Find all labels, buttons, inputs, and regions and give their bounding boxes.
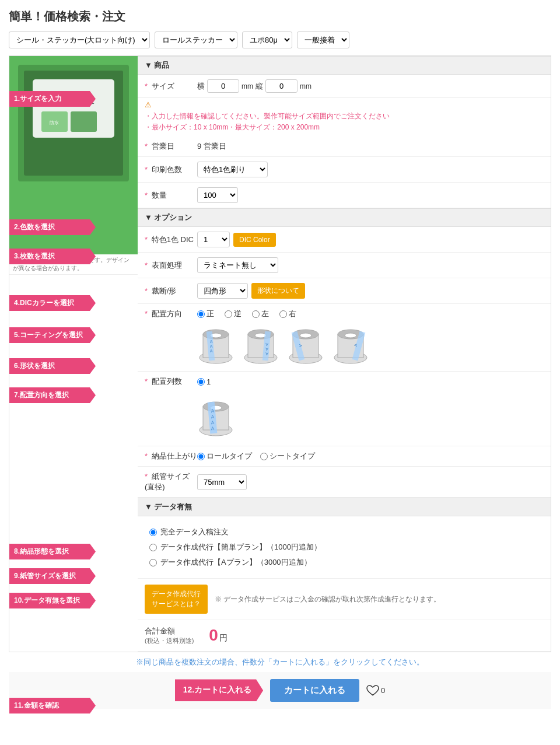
data-section-header: ▼ データ有無 bbox=[138, 498, 551, 516]
roll-reverse: A A A bbox=[242, 323, 280, 366]
cart-step-label: 12.カートに入れる bbox=[175, 679, 263, 701]
orientation-row: * 配置方向 正 逆 左 右 bbox=[138, 304, 551, 372]
business-days-value: 9 営業日 bbox=[197, 141, 544, 152]
delivery-sheet-option[interactable]: シートタイプ bbox=[260, 451, 315, 461]
cart-note: ※同じ商品を複数注文の場合、件数分「カートに入れる」をクリックしてください。 bbox=[9, 652, 551, 672]
print-colors-row: * 印刷色数 特色1色刷り bbox=[138, 157, 551, 183]
tube-size-select[interactable]: 75mm bbox=[197, 474, 247, 490]
warning-text: ・入力した情報を確認してください。製作可能サイズ範囲内でご注文ください ・最小サ… bbox=[145, 111, 544, 133]
total-section: 合計金額 (税込・送料別途) 0 円 bbox=[138, 620, 551, 652]
total-label: 合計金額 bbox=[145, 626, 194, 636]
cart-row: 12.カートに入れる カートに入れる 0 bbox=[9, 672, 551, 709]
data-service-button[interactable]: データ作成代行 サービスとは？ bbox=[145, 585, 208, 614]
heart-count: 0 bbox=[381, 686, 385, 695]
data-options: 完全データ入稿注文 データ作成代行【簡単プラン】（1000円追加） データ作成代… bbox=[138, 516, 551, 579]
delivery-roll-option[interactable]: ロールタイプ bbox=[197, 451, 252, 461]
dic-color-button[interactable]: DIC Color bbox=[233, 233, 276, 247]
warning-area: ⚠ ・入力した情報を確認してください。製作可能サイズ範囲内でご注文ください ・最… bbox=[138, 98, 551, 137]
data-option-complete-radio[interactable] bbox=[149, 529, 157, 536]
tube-size-label: * 紙管サイズ(直径) bbox=[145, 471, 197, 492]
shape-row: * 裁断/形 四角形 形状について bbox=[138, 278, 551, 304]
svg-text:A: A bbox=[354, 344, 358, 347]
surface-row: * 表面処理 ラミネート無し bbox=[138, 253, 551, 278]
orientation-option-reverse[interactable]: 逆 bbox=[225, 309, 242, 319]
size-inputs: 横 mm 縦 mm bbox=[197, 79, 544, 93]
svg-text:防水: 防水 bbox=[50, 120, 59, 125]
dic-color-label: * 特色1色 DIC bbox=[145, 235, 197, 245]
roll-forward: A A A bbox=[197, 323, 235, 366]
svg-point-28 bbox=[300, 333, 312, 338]
shape-label: * 裁断/形 bbox=[145, 286, 197, 296]
print-colors-select[interactable]: 特色1色刷り bbox=[197, 162, 268, 177]
product-image-svg: ユポ80μ ロールステッカー 防水 bbox=[9, 56, 138, 254]
orientation-option-left[interactable]: 左 bbox=[252, 309, 269, 319]
data-option-complete: 完全データ入稿注文 bbox=[149, 527, 539, 537]
steps-container bbox=[9, 275, 138, 278]
size-row: * サイズ 横 mm 縦 mm bbox=[138, 75, 551, 98]
top-selects-row: シール・ステッカー(大ロット向け) ロールステッカー ユポ80μ 一般接着 bbox=[9, 32, 551, 48]
cart-button[interactable]: カートに入れる bbox=[270, 679, 359, 702]
svg-text:ロールステッカー: ロールステッカー bbox=[52, 101, 94, 107]
orientation-option-forward[interactable]: 正 bbox=[197, 309, 214, 319]
image-note: ※商品案内の画像はイメージです。デザインが異なる場合があります。 bbox=[9, 254, 138, 275]
total-sublabel: (税込・送料別途) bbox=[145, 636, 194, 645]
columns-section: * 配置列数 1 A A A A bbox=[138, 372, 551, 446]
width-input[interactable] bbox=[207, 79, 239, 93]
heart-area[interactable]: 0 bbox=[366, 684, 385, 696]
surface-select[interactable]: ラミネート無し bbox=[197, 257, 278, 273]
delivery-finish-row: * 納品仕上がり ロールタイプ シートタイプ bbox=[138, 446, 551, 467]
quantity-label: * 数量 bbox=[145, 190, 197, 201]
size-label: * サイズ bbox=[145, 81, 197, 92]
total-unit: 円 bbox=[219, 633, 228, 643]
heart-icon bbox=[366, 684, 379, 696]
orientation-option-right[interactable]: 右 bbox=[279, 309, 296, 319]
quantity-select[interactable]: 100 bbox=[197, 187, 238, 203]
material-select[interactable]: ユポ80μ bbox=[242, 32, 292, 48]
single-column-roll: A A A A bbox=[145, 390, 544, 443]
svg-text:ユポ80μ: ユポ80μ bbox=[63, 92, 85, 98]
service-note: ※ データ作成サービスはご入金の確認が取れ次第作成進行となります。 bbox=[215, 594, 440, 604]
type-select[interactable]: ロールステッカー bbox=[155, 32, 237, 48]
roll-right: A bbox=[332, 323, 370, 366]
orientation-images: A A A A A A bbox=[145, 323, 544, 366]
left-panel: ユポ80μ ロールステッカー 防水 ※商品案内の画像はイメージです。デザインが異… bbox=[9, 56, 138, 652]
columns-option-1[interactable]: 1 bbox=[197, 377, 211, 386]
tube-size-row: * 紙管サイズ(直径) 75mm bbox=[138, 467, 551, 498]
business-days-label: * 営業日 bbox=[145, 141, 197, 152]
product-section-header: ▼ 商品 bbox=[138, 56, 551, 75]
data-option-simple: データ作成代行【簡単プラン】（1000円追加） bbox=[149, 542, 539, 552]
svg-text:A: A bbox=[299, 344, 303, 347]
right-panel: ▼ 商品 * サイズ 横 mm 縦 mm ⚠ ・入力した情報を確認してください。… bbox=[138, 56, 551, 652]
category-select[interactable]: シール・ステッカー(大ロット向け) bbox=[9, 32, 150, 48]
product-image: ユポ80μ ロールステッカー 防水 bbox=[9, 56, 138, 254]
shape-select[interactable]: 四角形 bbox=[197, 283, 248, 299]
height-input[interactable] bbox=[265, 79, 298, 93]
options-section-header: ▼ オプション bbox=[138, 208, 551, 227]
svg-point-34 bbox=[345, 333, 356, 338]
print-colors-label: * 印刷色数 bbox=[145, 165, 197, 175]
surface-label: * 表面処理 bbox=[145, 260, 197, 271]
data-option-a-plan-radio[interactable] bbox=[149, 559, 157, 566]
quantity-row: * 数量 100 bbox=[138, 183, 551, 208]
roll-left: A bbox=[287, 323, 325, 366]
delivery-finish-label: * 納品仕上がり bbox=[145, 451, 197, 461]
main-layout: ユポ80μ ロールステッカー 防水 ※商品案内の画像はイメージです。デザインが異… bbox=[9, 55, 551, 652]
dic-color-select[interactable]: 1 bbox=[197, 232, 230, 247]
adhesive-select[interactable]: 一般接着 bbox=[297, 32, 349, 48]
total-amount: 0 bbox=[209, 626, 218, 645]
dic-color-row: * 特色1色 DIC 1 DIC Color bbox=[138, 227, 551, 253]
business-days-row: * 営業日 9 営業日 bbox=[138, 137, 551, 157]
data-option-a-plan: データ作成代行【Aプラン】（3000円追加） bbox=[149, 557, 539, 568]
shape-button[interactable]: 形状について bbox=[251, 283, 305, 299]
svg-rect-7 bbox=[71, 111, 97, 132]
data-service-row: データ作成代行 サービスとは？ ※ データ作成サービスはご入金の確認が取れ次第作… bbox=[138, 579, 551, 620]
page-title: 簡単！価格検索・注文 bbox=[9, 9, 551, 25]
data-option-simple-radio[interactable] bbox=[149, 544, 157, 551]
warning-icon: ⚠ bbox=[145, 100, 544, 109]
